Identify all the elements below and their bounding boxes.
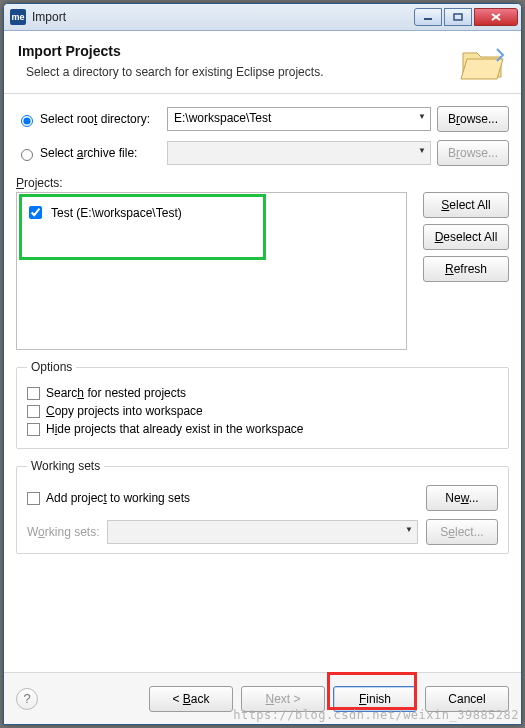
add-working-set-checkbox[interactable]: [27, 492, 40, 505]
archive-file-combo: ▼: [167, 141, 431, 165]
chevron-down-icon: ▼: [418, 112, 426, 121]
svg-rect-1: [454, 14, 462, 20]
archive-file-radio[interactable]: [21, 149, 33, 161]
window-title: Import: [32, 10, 414, 24]
root-directory-radio-label[interactable]: Select root directory:: [16, 112, 161, 127]
select-all-button[interactable]: Select All: [423, 192, 509, 218]
refresh-button[interactable]: Refresh: [423, 256, 509, 282]
help-button[interactable]: ?: [16, 688, 38, 710]
close-button[interactable]: [474, 8, 518, 26]
maximize-button[interactable]: [444, 8, 472, 26]
browse-root-button[interactable]: Browse...: [437, 106, 509, 132]
titlebar[interactable]: me Import: [4, 4, 521, 31]
nested-projects-checkbox-row[interactable]: Search for nested projects: [27, 386, 498, 400]
chevron-down-icon: ▼: [405, 525, 413, 534]
projects-label: Projects:: [16, 176, 509, 190]
watermark-text: https://blog.csdn.net/weixin_39885282: [233, 708, 519, 722]
options-group: Options Search for nested projects Copy …: [16, 360, 509, 449]
working-sets-label: Working sets:: [27, 525, 99, 539]
working-sets-group: Working sets Add project to working sets…: [16, 459, 509, 554]
minimize-button[interactable]: [414, 8, 442, 26]
annotation-green-rect: [19, 194, 266, 260]
page-subtitle: Select a directory to search for existin…: [26, 65, 507, 79]
nested-projects-checkbox[interactable]: [27, 387, 40, 400]
copy-workspace-checkbox-row[interactable]: Copy projects into workspace: [27, 404, 498, 418]
annotation-red-rect: [327, 672, 417, 710]
working-sets-combo: ▼: [107, 520, 418, 544]
hide-existing-checkbox[interactable]: [27, 423, 40, 436]
select-working-sets-button: Select...: [426, 519, 498, 545]
add-working-set-label: Add project to working sets: [46, 491, 190, 505]
browse-archive-button: Browse...: [437, 140, 509, 166]
dialog-window: me Import Import Projects Select a direc…: [3, 3, 522, 725]
app-icon: me: [10, 9, 26, 25]
page-title: Import Projects: [18, 43, 507, 59]
options-legend: Options: [27, 360, 76, 374]
folder-open-icon: [459, 43, 507, 85]
working-sets-legend: Working sets: [27, 459, 104, 473]
deselect-all-button[interactable]: Deselect All: [423, 224, 509, 250]
archive-file-radio-label[interactable]: Select archive file:: [16, 146, 161, 161]
copy-workspace-checkbox[interactable]: [27, 405, 40, 418]
back-button[interactable]: < Back: [149, 686, 233, 712]
root-directory-radio[interactable]: [21, 115, 33, 127]
chevron-down-icon: ▼: [418, 146, 426, 155]
root-directory-combo[interactable]: E:\workspace\Test▼: [167, 107, 431, 131]
hide-existing-checkbox-row[interactable]: Hide projects that already exist in the …: [27, 422, 498, 436]
wizard-header: Import Projects Select a directory to se…: [4, 31, 521, 94]
new-working-set-button[interactable]: New...: [426, 485, 498, 511]
